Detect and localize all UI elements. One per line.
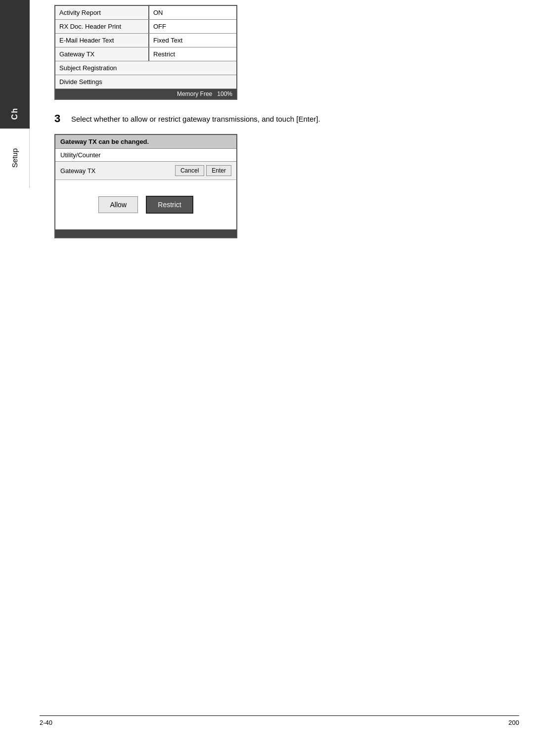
- cancel-button[interactable]: Cancel: [175, 165, 204, 176]
- menu-label-rx: RX Doc. Header Print: [55, 20, 149, 33]
- step-container: 3 Select whether to allow or restrict ga…: [54, 112, 519, 125]
- menu-row-gateway[interactable]: Gateway TX Restrict: [55, 47, 236, 61]
- memory-bar: Memory Free 100%: [55, 89, 236, 99]
- chapter-label: Ch: [10, 107, 19, 120]
- allow-button[interactable]: Allow: [98, 196, 138, 213]
- footer-right: 200: [508, 719, 519, 726]
- sidebar-ch-tab: Ch: [0, 0, 30, 129]
- setup-label: Setup: [10, 148, 19, 168]
- dialog-title: Gateway TX can be changed.: [55, 135, 236, 149]
- menu-row-activity[interactable]: Activity Report ON: [55, 6, 236, 20]
- menu-label-divide: Divide Settings: [55, 75, 236, 89]
- main-content: Activity Report ON RX Doc. Header Print …: [40, 0, 534, 243]
- menu-value-gateway: Restrict: [149, 47, 236, 61]
- menu-value-email: Fixed Text: [149, 34, 236, 47]
- menu-label-subject: Subject Registration: [55, 61, 236, 75]
- page-footer: 2-40 200: [40, 715, 519, 726]
- menu-label-gateway: Gateway TX: [55, 47, 149, 61]
- restrict-button[interactable]: Restrict: [146, 196, 193, 214]
- dialog-breadcrumb: Utility/Counter: [55, 149, 236, 162]
- enter-button[interactable]: Enter: [206, 165, 231, 176]
- dialog-header-row: Gateway TX Cancel Enter: [55, 162, 236, 180]
- menu-row-subject[interactable]: Subject Registration: [55, 61, 236, 75]
- menu-label-activity: Activity Report: [55, 6, 149, 19]
- sidebar-setup-tab: Setup: [0, 129, 30, 188]
- menu-value-activity: ON: [149, 6, 236, 19]
- menu-value-rx: OFF: [149, 20, 236, 33]
- memory-value: 100%: [217, 90, 232, 97]
- memory-label: Memory Free: [177, 90, 212, 97]
- menu-row-rx[interactable]: RX Doc. Header Print OFF: [55, 20, 236, 34]
- menu-screen: Activity Report ON RX Doc. Header Print …: [54, 5, 237, 100]
- step-text: Select whether to allow or restrict gate…: [71, 112, 320, 125]
- footer-left: 2-40: [40, 719, 52, 726]
- dialog-header-label: Gateway TX: [60, 167, 173, 175]
- menu-row-email[interactable]: E-Mail Header Text Fixed Text: [55, 34, 236, 47]
- dialog-footer: [55, 229, 236, 237]
- menu-row-divide[interactable]: Divide Settings: [55, 75, 236, 89]
- dialog-body: Allow Restrict: [55, 180, 236, 229]
- menu-label-email: E-Mail Header Text: [55, 34, 149, 47]
- step-number: 3: [54, 112, 64, 125]
- dialog-box: Gateway TX can be changed. Utility/Count…: [54, 134, 237, 238]
